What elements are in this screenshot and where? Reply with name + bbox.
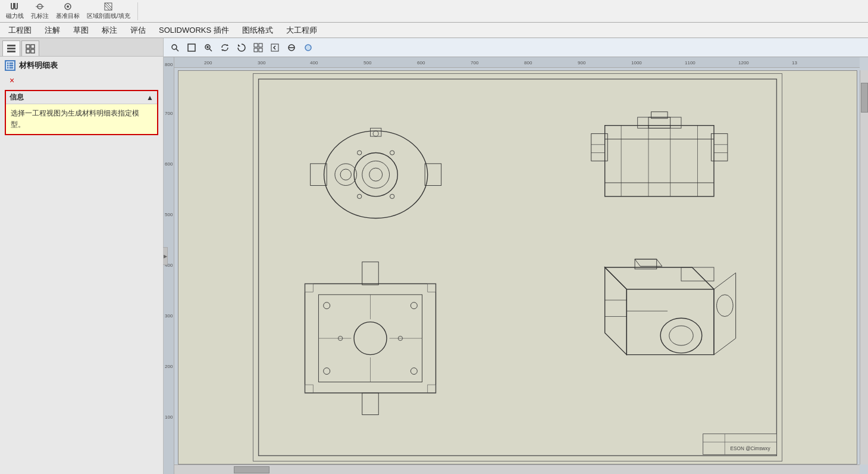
svg-rect-30 — [259, 43, 262, 47]
svg-line-25 — [209, 49, 212, 51]
info-collapse-icon[interactable]: ▲ — [146, 93, 153, 102]
view-box2-btn[interactable] — [250, 40, 266, 55]
prev-view-btn[interactable] — [267, 40, 283, 55]
section-view-btn[interactable] — [284, 40, 299, 55]
bom-icon — [5, 60, 15, 71]
svg-line-20 — [176, 49, 178, 51]
vertical-ruler: 800 700 600 500 400 300 200 100 — [164, 57, 174, 474]
svg-rect-33 — [271, 44, 278, 51]
panel-collapse-handle[interactable]: ▶ — [163, 247, 168, 265]
info-header-label: 信息 — [10, 92, 24, 102]
left-panel: 材料明细表 × 信息 ▲ 选择一工程视图为生成材料明细表指定模型。 ▶ — [0, 38, 164, 474]
menubar: 工程图 注解 草图 标注 评估 SOLIDWORKS 插件 图纸格式 大工程师 — [0, 23, 868, 38]
drawing-area[interactable]: 200 300 400 500 600 700 800 900 1000 110… — [174, 57, 868, 474]
menu-annotation[interactable]: 注解 — [39, 24, 66, 37]
svg-rect-10 — [7, 51, 15, 52]
svg-point-3 — [67, 5, 69, 8]
panel-title-row: 材料明细表 — [0, 57, 163, 74]
info-text: 选择一工程视图为生成材料明细表指定模型。 — [11, 109, 139, 129]
drawing-svg: ESON @Cimswxy — [178, 71, 857, 464]
info-content: 选择一工程视图为生成材料明细表指定模型。 — [6, 104, 157, 134]
svg-rect-15 — [7, 62, 14, 69]
svg-rect-101 — [703, 434, 777, 455]
toolbar-group-1: 磁力线 孔标注 基准目标 区域剖面线/填充 — [4, 2, 138, 20]
menu-drawing-format[interactable]: 图纸格式 — [236, 24, 279, 37]
info-header: 信息 ▲ — [6, 91, 157, 104]
svg-rect-13 — [26, 49, 30, 53]
rotate-btn[interactable] — [217, 40, 233, 55]
svg-rect-31 — [254, 48, 258, 52]
zoom-btn[interactable] — [167, 40, 183, 55]
info-section: 信息 ▲ 选择一工程视图为生成材料明细表指定模型。 — [5, 90, 158, 135]
svg-point-36 — [305, 45, 311, 51]
view-box-btn[interactable] — [184, 40, 199, 55]
top-toolbar: 磁力线 孔标注 基准目标 区域剖面线/填充 — [0, 0, 868, 23]
zoom-region-btn[interactable] — [200, 40, 216, 55]
vertical-scrollbar[interactable] — [860, 70, 868, 464]
svg-rect-29 — [254, 43, 258, 47]
menu-solidworks-plugin[interactable]: SOLIDWORKS 插件 — [153, 24, 235, 37]
datum-target-btn[interactable]: 基准目标 — [54, 1, 82, 21]
svg-rect-21 — [188, 44, 195, 51]
svg-rect-8 — [7, 45, 15, 46]
svg-rect-12 — [31, 45, 35, 48]
svg-point-19 — [172, 45, 177, 49]
svg-line-7 — [107, 3, 112, 8]
horizontal-ruler: 200 300 400 500 600 700 800 900 1000 110… — [174, 57, 860, 68]
svg-line-5 — [105, 5, 109, 10]
menu-evaluate[interactable]: 评估 — [124, 24, 152, 37]
drawing-canvas[interactable]: ESON @Cimswxy — [178, 70, 857, 464]
svg-rect-11 — [26, 45, 30, 48]
menu-engineering-drawing[interactable]: 工程图 — [2, 24, 37, 37]
main-area: 材料明细表 × 信息 ▲ 选择一工程视图为生成材料明细表指定模型。 ▶ — [0, 38, 868, 474]
svg-text:ESON @Cimswxy: ESON @Cimswxy — [731, 446, 771, 451]
menu-engineer[interactable]: 大工程师 — [280, 24, 323, 37]
globe-btn[interactable] — [300, 40, 316, 55]
canvas-wrapper: 800 700 600 500 400 300 200 100 200 300 … — [164, 38, 868, 474]
panel-close-button[interactable]: × — [10, 76, 19, 85]
hole-annotation-btn[interactable]: 孔标注 — [29, 1, 51, 21]
hatch-btn[interactable]: 区域剖面线/填充 — [84, 1, 133, 21]
refresh-btn[interactable] — [234, 40, 249, 55]
svg-rect-32 — [259, 48, 262, 52]
drawing-area-wrapper: 800 700 600 500 400 300 200 100 200 300 … — [164, 57, 868, 474]
horizontal-scrollbar[interactable] — [174, 464, 860, 474]
svg-rect-9 — [7, 48, 15, 49]
menu-sketch[interactable]: 草图 — [67, 24, 95, 37]
panel-tab-1[interactable] — [2, 40, 20, 56]
svg-rect-14 — [31, 49, 35, 53]
view-toolbar — [164, 38, 868, 57]
menu-dimension[interactable]: 标注 — [96, 24, 123, 37]
panel-tabs — [0, 38, 163, 57]
panel-title: 材料明细表 — [19, 60, 58, 71]
panel-tab-2[interactable] — [21, 40, 39, 56]
svg-marker-28 — [238, 44, 240, 46]
magnet-btn[interactable]: 磁力线 — [4, 1, 26, 21]
